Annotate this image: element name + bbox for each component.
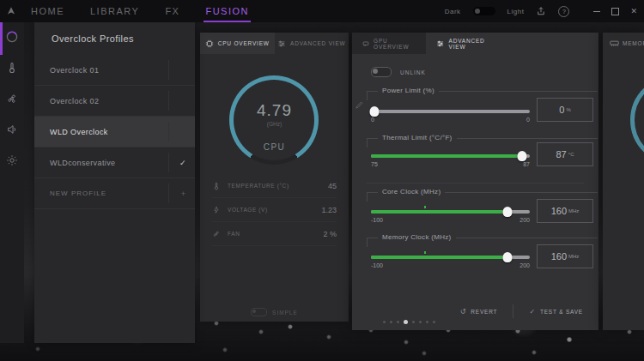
- tab-label: GPU OVERVIEW: [374, 38, 416, 50]
- power-limit-slider[interactable]: 0 0: [371, 106, 530, 123]
- slider-track[interactable]: [371, 154, 530, 158]
- test-save-button[interactable]: ✓ TEST & SAVE: [513, 308, 598, 316]
- thermal-limit-value[interactable]: 87 °C: [537, 142, 593, 166]
- slider-track[interactable]: [371, 210, 530, 214]
- profile-label: NEW PROFILE: [50, 190, 106, 197]
- core-clock-slider[interactable]: -100 200: [371, 207, 530, 224]
- tab-gpu-overview[interactable]: GPU OVERVIEW: [352, 33, 426, 54]
- profile-item-overclock-02[interactable]: Overclock 02: [34, 86, 195, 117]
- tab-cpu-overview[interactable]: CPU OVERVIEW: [200, 33, 275, 54]
- memory-clock-label: Memory Clock (MHz): [378, 233, 456, 241]
- overclock-profiles-panel: Overclock Profiles Overclock 01 Overcloc…: [34, 22, 195, 343]
- unlink-label: UNLINK: [400, 69, 426, 75]
- pagination-dot[interactable]: [426, 321, 428, 323]
- close-button[interactable]: ✕: [630, 8, 637, 15]
- value-unit: MHz: [568, 208, 579, 214]
- sidebar-item-fan[interactable]: [0, 84, 24, 113]
- theme-dark-label: Dark: [445, 8, 461, 15]
- slider-thumb[interactable]: [503, 207, 513, 217]
- stat-label: TEMPERATURE (°C): [228, 183, 289, 189]
- profiles-list: Overclock 01 Overclock 02 WLD Overclock …: [34, 55, 195, 209]
- pagination-dot[interactable]: [383, 321, 386, 323]
- slider-min: 0: [371, 117, 374, 123]
- slider-max: 87: [523, 161, 530, 167]
- maximize-button[interactable]: [611, 8, 619, 15]
- toggle-pill: [251, 308, 267, 316]
- cpu-gauge-label: CPU: [200, 142, 349, 152]
- nav-tab-library[interactable]: LIBRARY: [88, 2, 141, 21]
- tab-cpu-advanced-view[interactable]: ADVANCED VIEW: [275, 33, 349, 54]
- value-text: 87: [556, 149, 567, 159]
- pagination-dot[interactable]: [390, 321, 392, 323]
- memory-clock-value[interactable]: 160 MHz: [537, 244, 593, 268]
- cpu-stats-list: TEMPERATURE (°C) 45 VOLTAGE (V) 1.23 FAN…: [212, 174, 337, 246]
- profile-label: Overclock 01: [50, 66, 99, 75]
- profile-item-wldconservative[interactable]: WLDconservative ✓: [34, 147, 195, 178]
- pagination-dot[interactable]: [419, 321, 422, 323]
- window-buttons: ✕: [593, 8, 637, 15]
- nav-tab-fusion[interactable]: FUSION: [204, 2, 251, 21]
- slider-thumb[interactable]: [503, 252, 513, 262]
- pagination[interactable]: [383, 320, 435, 324]
- slider-track[interactable]: [371, 110, 530, 113]
- sidebar-item-overclock[interactable]: [0, 22, 24, 51]
- fan-icon: [6, 93, 18, 105]
- slider-min: -100: [371, 217, 383, 223]
- slider-min: -100: [371, 262, 383, 268]
- tab-memory-overview[interactable]: MEMORY: [610, 33, 644, 54]
- pagination-dot[interactable]: [433, 321, 435, 323]
- sidebar-item-lighting[interactable]: [0, 146, 24, 175]
- stat-label: FAN: [228, 231, 240, 237]
- plus-icon: +: [181, 190, 186, 198]
- cpu-gauge-unit: (GHz): [200, 121, 349, 127]
- theme-toggle[interactable]: [473, 7, 495, 15]
- edit-pencil-icon[interactable]: [355, 101, 363, 109]
- tab-label: CPU OVERVIEW: [218, 40, 270, 46]
- power-limit-value[interactable]: 0 %: [537, 98, 593, 122]
- minimize-button[interactable]: [593, 11, 600, 12]
- cpu-card: CPU OVERVIEW ADVANCED VIEW 4.79 (GHz) CP…: [200, 33, 349, 322]
- app-logo-icon: [0, 5, 22, 17]
- cpu-card-tabs: CPU OVERVIEW ADVANCED VIEW: [200, 33, 349, 54]
- revert-button[interactable]: ↺ REVERT: [445, 308, 513, 316]
- pagination-dot[interactable]: [412, 321, 415, 323]
- slider-thumb[interactable]: [369, 106, 379, 117]
- share-icon[interactable]: [536, 6, 546, 16]
- thermal-limit-label: Thermal Limit (°C/°F): [378, 134, 457, 141]
- slider-min: 75: [371, 161, 378, 167]
- profile-label: WLDconservative: [50, 159, 116, 167]
- pagination-dot[interactable]: [397, 321, 399, 323]
- profile-item-wld-overclock[interactable]: WLD Overclock: [34, 117, 195, 147]
- profile-item-overclock-01[interactable]: Overclock 01: [34, 55, 195, 86]
- memory-clock-slider[interactable]: -100 200: [371, 252, 530, 269]
- pagination-dot[interactable]: [404, 320, 408, 324]
- link-toggle-row: UNLINK: [371, 67, 426, 77]
- slider-max: 200: [519, 262, 530, 268]
- zero-tick: [424, 251, 426, 254]
- slider-track[interactable]: [371, 256, 530, 259]
- stat-fan: FAN 2 %: [212, 222, 337, 246]
- tab-label: MEMORY: [623, 40, 644, 46]
- core-clock-value[interactable]: 160 MHz: [537, 199, 593, 223]
- tab-gpu-advanced-view[interactable]: ADVANCED VIEW: [426, 33, 512, 54]
- help-icon[interactable]: ?: [558, 6, 569, 17]
- new-profile-button[interactable]: NEW PROFILE +: [34, 178, 195, 209]
- sidebar-item-thermal[interactable]: [0, 53, 24, 82]
- gpu-panel: GPU OVERVIEW ADVANCED VIEW UNLINK Power …: [352, 33, 598, 330]
- revert-icon: ↺: [460, 308, 467, 316]
- memory-card-tabs: MEMORY: [603, 33, 644, 54]
- toggle-label: SIMPLE: [272, 310, 298, 316]
- simple-mode-toggle[interactable]: SIMPLE: [200, 308, 349, 316]
- titlebar-controls: Dark Light ? ✕: [445, 6, 644, 17]
- memory-card: MEMORY: [603, 33, 644, 330]
- slider-max: 0: [526, 117, 530, 123]
- active-tab-accent: [0, 22, 3, 55]
- nav-tab-home[interactable]: HOME: [29, 2, 66, 21]
- thermal-limit-slider[interactable]: 75 87: [371, 151, 530, 168]
- slider-thumb[interactable]: [517, 151, 526, 161]
- nav-tab-fx[interactable]: FX: [163, 2, 181, 21]
- value-text: 160: [551, 251, 567, 262]
- power-limit-label: Power Limit (%): [378, 87, 439, 94]
- sidebar-item-audio[interactable]: [0, 115, 24, 144]
- unlink-toggle[interactable]: [371, 67, 392, 77]
